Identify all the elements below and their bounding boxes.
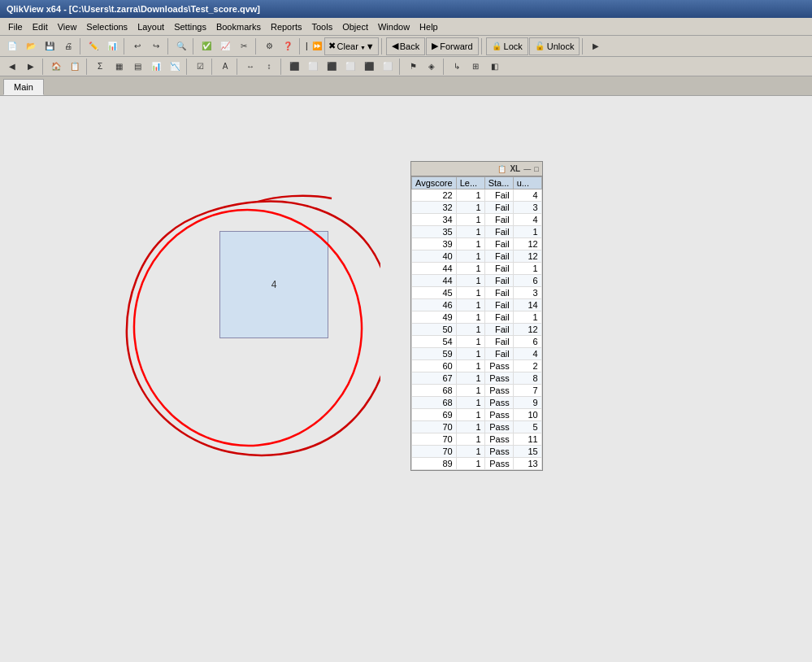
menu-settings[interactable]: Settings <box>169 20 211 33</box>
forward-button[interactable]: ▶ Forward <box>426 37 478 55</box>
t2-btn17[interactable]: ⬜ <box>341 58 359 76</box>
table-cell: Fail <box>484 214 513 226</box>
table-row: 221Fail4 <box>412 189 542 202</box>
t2-btn16[interactable]: ⬛ <box>323 58 341 76</box>
menu-tools[interactable]: Tools <box>306 20 337 33</box>
table-row: 391Fail12 <box>412 238 542 250</box>
table-cell: 34 <box>412 214 457 226</box>
t2-btn14[interactable]: ⬛ <box>285 58 303 76</box>
menu-view[interactable]: View <box>53 20 82 33</box>
unlock-button[interactable]: 🔓 Unlock <box>529 37 580 55</box>
t2-btn10[interactable]: ☑ <box>191 58 209 76</box>
table-cell: Fail <box>484 202 513 214</box>
table-cell: 44 <box>412 263 457 275</box>
table-cell: 70 <box>412 433 457 446</box>
toolbar-save-btn[interactable]: 💾 <box>41 37 59 55</box>
table-icon-xl[interactable]: XL <box>510 164 520 173</box>
lock-button[interactable]: 🔒 Lock <box>486 37 528 55</box>
menu-file[interactable]: File <box>3 20 28 33</box>
t2-btn23[interactable]: ⊞ <box>467 58 484 76</box>
toolbar-settings-btn[interactable]: ⚙ <box>260 37 278 55</box>
blue-box-object[interactable]: 4 <box>219 231 328 338</box>
toolbar-open-btn[interactable]: 📂 <box>22 37 40 55</box>
app-name: QlikView x64 <box>7 4 61 14</box>
menu-reports[interactable]: Reports <box>266 20 307 33</box>
menu-help[interactable]: Help <box>415 20 443 33</box>
table-row: 671Pass8 <box>412 372 542 385</box>
t2-btn18[interactable]: ⬛ <box>360 58 378 76</box>
forward-label: Forward <box>440 41 472 51</box>
toolbar-undo-btn[interactable]: ↩ <box>128 37 146 55</box>
col-status[interactable]: Sta... <box>484 177 513 189</box>
table-icon-print[interactable]: 📋 <box>497 165 506 173</box>
toolbar-new-btn[interactable]: 📄 <box>3 37 21 55</box>
table-cell: 1 <box>513 311 541 324</box>
table-cell: 1 <box>456 372 484 385</box>
t2-btn5[interactable]: Σ <box>91 58 109 76</box>
table-cell: 4 <box>513 214 541 226</box>
toolbar-redo-btn[interactable]: ↪ <box>147 37 165 55</box>
table-cell: 1 <box>456 275 484 287</box>
table-cell: Pass <box>484 360 513 372</box>
menu-object[interactable]: Object <box>337 20 373 33</box>
toolbar-separator-2 <box>124 38 126 54</box>
t2-btn15[interactable]: ⬜ <box>304 58 322 76</box>
toolbar-separator-5 <box>255 38 258 54</box>
t2-btn19[interactable]: ⬜ <box>379 58 397 76</box>
menu-window[interactable]: Window <box>373 20 415 33</box>
toolbar-edit-btn[interactable]: ✏️ <box>85 37 102 55</box>
table-icon-minimize[interactable]: — <box>523 165 531 173</box>
toolbar-search-btn[interactable]: 🔍 <box>172 37 190 55</box>
t2-btn4[interactable]: 📋 <box>66 58 84 76</box>
col-user[interactable]: u... <box>513 177 541 189</box>
table-cell: Pass <box>484 433 513 446</box>
table-cell: Fail <box>484 275 513 287</box>
menu-edit[interactable]: Edit <box>28 20 53 33</box>
table-row: 701Pass11 <box>412 433 542 446</box>
toolbar-help-btn[interactable]: ❓ <box>279 37 297 55</box>
t2-btn21[interactable]: ◈ <box>423 58 441 76</box>
clear-dropdown-icon: ▼ <box>360 41 375 51</box>
t2-btn2[interactable]: ▶ <box>22 58 40 76</box>
t2-sep5 <box>237 59 239 75</box>
table-cell: 5 <box>513 421 541 433</box>
table-cell: Pass <box>484 385 513 397</box>
menu-bookmarks[interactable]: Bookmarks <box>211 20 266 33</box>
t2-btn8[interactable]: 📊 <box>147 58 165 76</box>
table-cell: 14 <box>513 299 541 311</box>
toolbar-print-btn[interactable]: 🖨 <box>59 37 77 55</box>
t2-btn12[interactable]: ↔ <box>241 58 259 76</box>
table-cell: 1 <box>456 446 484 458</box>
table-cell: Fail <box>484 299 513 311</box>
col-level[interactable]: Le... <box>456 177 484 189</box>
t2-btn3[interactable]: 🏠 <box>47 58 65 76</box>
table-icon-maximize[interactable]: □ <box>534 165 538 173</box>
back-icon: ◀ <box>392 41 398 51</box>
toolbar-add-btn[interactable]: 📊 <box>103 37 121 55</box>
t2-btn13[interactable]: ↕ <box>260 58 278 76</box>
back-button[interactable]: ◀ Back <box>386 37 425 55</box>
table-cell: 67 <box>412 372 457 385</box>
toolbar-cut-btn[interactable]: ✂ <box>235 37 253 55</box>
toolbar-separator-7 <box>381 38 384 54</box>
tab-main[interactable]: Main <box>3 79 44 95</box>
t2-btn1[interactable]: ◀ <box>3 58 21 76</box>
table-cell: 60 <box>412 360 457 372</box>
t2-btn11[interactable]: A <box>216 58 234 76</box>
t2-btn20[interactable]: ⚑ <box>404 58 422 76</box>
t2-btn6[interactable]: ▦ <box>110 58 128 76</box>
toolbar-chart-btn[interactable]: 📈 <box>216 37 234 55</box>
t2-btn7[interactable]: ▤ <box>128 58 146 76</box>
menu-layout[interactable]: Layout <box>132 20 169 33</box>
table-cell: Pass <box>484 409 513 421</box>
t2-btn9[interactable]: 📉 <box>166 58 184 76</box>
toolbar-run-icon: ⏩ <box>312 41 322 50</box>
toolbar-check-btn[interactable]: ✅ <box>198 37 215 55</box>
menu-bar: File Edit View Selections Layout Setting… <box>0 18 812 36</box>
clear-button[interactable]: ✖ Clear ▼ <box>324 37 379 55</box>
t2-btn24[interactable]: ◧ <box>485 58 503 76</box>
t2-btn22[interactable]: ↳ <box>448 58 466 76</box>
menu-selections[interactable]: Selections <box>81 20 132 33</box>
col-avgscore[interactable]: Avgscore <box>412 177 457 189</box>
toolbar-extra-btn[interactable]: ▶ <box>587 37 605 55</box>
